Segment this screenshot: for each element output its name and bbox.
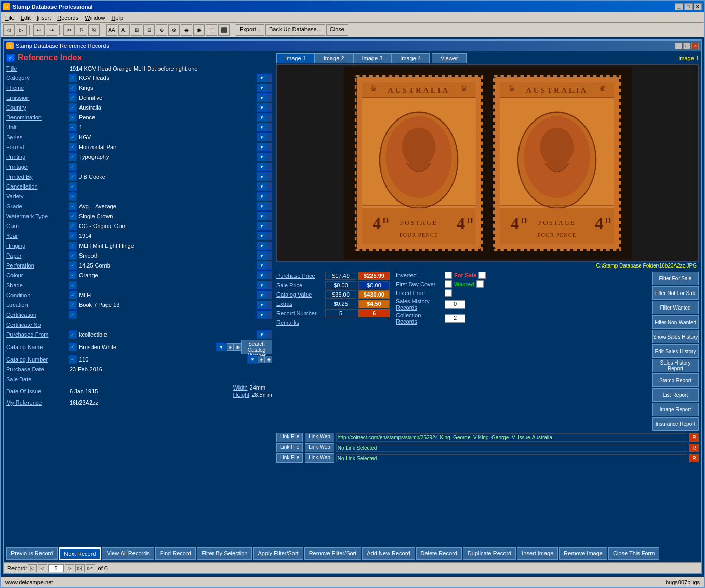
tab-image-1[interactable]: Image 1 <box>276 53 315 63</box>
field-checkbox-colour[interactable]: ✓ <box>69 271 77 279</box>
field-label-variety[interactable]: Variety <box>6 193 69 199</box>
field-dropdown-colour[interactable]: ▼ <box>257 271 267 279</box>
field-label-shade[interactable]: Shade <box>6 282 69 288</box>
field-label-denomination[interactable]: Denomination <box>6 114 69 121</box>
field-label-purchase-date[interactable]: Purchase Date <box>6 366 69 372</box>
filter-by-selection-button[interactable]: Filter By Selection <box>197 547 252 560</box>
purchase-price-label[interactable]: Purchase Price <box>276 273 323 279</box>
field-dropdown-hinging[interactable]: ▼ <box>257 242 267 250</box>
sub-minimize-button[interactable]: _ <box>675 43 682 49</box>
catalog-name-btn2[interactable]: ◉ <box>234 343 241 351</box>
stamp-report-button[interactable]: Stamp Report <box>652 373 699 387</box>
field-label-colour[interactable]: Colour <box>6 272 69 278</box>
field-checkbox-variety[interactable]: ✓ <box>69 192 77 201</box>
field-dropdown-theme[interactable]: ▼ <box>257 84 267 92</box>
new-record-nav-btn[interactable]: ▷* <box>86 564 95 572</box>
field-label-unit[interactable]: Unit <box>6 124 69 130</box>
tab-image-4[interactable]: Image 4 <box>391 53 430 63</box>
link-file-btn-2[interactable]: Link File <box>276 443 303 452</box>
field-label-paper[interactable]: Paper <box>6 252 69 259</box>
field-label-catalog-number[interactable]: Catalog Number <box>6 356 69 363</box>
field-dropdown-format[interactable]: ▼ <box>257 143 267 151</box>
field-label-grade[interactable]: Grade <box>6 203 69 209</box>
toolbar-btn-16[interactable]: ⬚ <box>206 24 217 36</box>
tab-image-3[interactable]: Image 3 <box>353 53 392 63</box>
collection-records-label[interactable]: Collection Records <box>396 312 443 325</box>
next-record-nav-btn[interactable]: ▷ <box>65 564 74 572</box>
field-label-printed-by[interactable]: Printed By <box>6 173 69 180</box>
toolbar-btn-13[interactable]: ⊗ <box>168 24 180 36</box>
view-all-records-button[interactable]: View All Records <box>102 547 154 560</box>
toolbar-btn-5[interactable]: ✂ <box>63 24 75 36</box>
catalog-value-label[interactable]: Catalog Value <box>276 291 323 298</box>
field-checkbox-watermark[interactable]: ✓ <box>69 212 77 220</box>
sales-history-label[interactable]: Sales History Records <box>396 298 443 311</box>
record-number-label[interactable]: Record Number <box>276 310 323 316</box>
field-label-emission[interactable]: Emission <box>6 95 69 101</box>
first-record-btn[interactable]: |◁ <box>28 564 37 572</box>
field-checkbox-purchased-from[interactable]: ✓ <box>69 330 77 339</box>
close-form-button[interactable]: Close This Form <box>608 547 659 560</box>
field-dropdown-perforation[interactable]: ▼ <box>257 261 267 270</box>
field-dropdown-denomination[interactable]: ▼ <box>257 113 267 122</box>
field-label-catalog-name[interactable]: Catalog Name <box>6 344 69 350</box>
apply-filter-button[interactable]: Apply Filter/Sort <box>253 547 303 560</box>
field-label-condition[interactable]: Condition <box>6 292 69 298</box>
toolbar-btn-2[interactable]: ▷ <box>16 24 27 36</box>
field-checkbox-shade[interactable]: ✓ <box>69 281 77 289</box>
field-checkbox-paper[interactable]: ✓ <box>69 251 77 260</box>
find-record-button[interactable]: Find Record <box>155 547 196 560</box>
field-checkbox-country[interactable]: ✓ <box>69 103 77 112</box>
list-report-button[interactable]: List Report <box>652 388 699 402</box>
sub-maximize-button[interactable]: □ <box>683 43 690 49</box>
backup-button[interactable]: Back Up Database... <box>265 24 325 36</box>
field-label-sale-date[interactable]: Sale Date <box>6 376 69 382</box>
export-button[interactable]: Export... <box>236 24 264 36</box>
reference-index-checkbox[interactable]: ✓ <box>6 54 15 62</box>
catalog-number-dropdown[interactable]: ▼ <box>247 355 258 364</box>
field-label-my-reference[interactable]: My Reference <box>6 399 69 406</box>
field-label-perforation[interactable]: Perforation <box>6 262 69 269</box>
field-dropdown-year[interactable]: ▼ <box>257 232 267 240</box>
field-label-location[interactable]: Location <box>6 302 69 308</box>
field-label-category[interactable]: Category <box>6 75 69 81</box>
field-label-purchased-from[interactable]: Purchased From <box>6 331 69 338</box>
field-label-gum[interactable]: Gum <box>6 223 69 229</box>
field-label-date-of-issue[interactable]: Date Of Issue <box>6 388 69 394</box>
field-checkbox-perforation[interactable]: ✓ <box>69 261 77 270</box>
field-checkbox-printing[interactable]: ✓ <box>69 153 77 161</box>
field-label-certificate-no[interactable]: Certificate No <box>6 322 69 328</box>
field-checkbox-emission[interactable]: ✓ <box>69 93 77 102</box>
link-r-btn-3[interactable]: R <box>689 454 699 462</box>
toolbar-btn-7[interactable]: ⎗ <box>88 24 100 36</box>
link-web-btn-2[interactable]: Link Web <box>305 443 334 452</box>
toolbar-btn-12[interactable]: ⊕ <box>156 24 167 36</box>
link-input-2[interactable] <box>336 444 687 452</box>
field-label-format[interactable]: Format <box>6 144 69 150</box>
filter-wanted-button[interactable]: Filter Wanted <box>652 301 699 314</box>
field-dropdown-watermark[interactable]: ▼ <box>257 212 267 220</box>
field-dropdown-grade[interactable]: ▼ <box>257 202 267 210</box>
extras-label[interactable]: Extras <box>276 301 323 307</box>
menu-file[interactable]: File <box>2 14 18 22</box>
duplicate-record-button[interactable]: Duplicate Record <box>463 547 516 560</box>
field-checkbox-certification[interactable]: ✓ <box>69 311 77 319</box>
field-checkbox-printage[interactable]: ✓ <box>69 163 77 171</box>
field-dropdown-printed-by[interactable]: ▼ <box>257 172 267 181</box>
link-file-btn-1[interactable]: Link File <box>276 433 303 442</box>
link-r-btn-1[interactable]: R <box>689 433 699 442</box>
toolbar-btn-10[interactable]: ⊞ <box>131 24 142 36</box>
link-file-btn-3[interactable]: Link File <box>276 453 303 463</box>
field-dropdown-printing[interactable]: ▼ <box>257 153 267 161</box>
catalog-name-btn1[interactable]: ◈ <box>227 343 234 351</box>
search-catalog-button[interactable]: Search Catalog Number <box>241 340 272 354</box>
inverted-label[interactable]: Inverted <box>396 272 443 278</box>
toolbar-btn-6[interactable]: ⎘ <box>76 24 87 36</box>
first-day-cover-checkbox[interactable] <box>445 280 452 288</box>
delete-record-button[interactable]: Delete Record <box>416 547 462 560</box>
show-sales-history-button[interactable]: Show Sales History <box>652 330 699 343</box>
field-dropdown-location[interactable]: ▼ <box>257 301 267 309</box>
link-r-btn-2[interactable]: R <box>689 444 699 452</box>
close-button[interactable]: ✕ <box>694 3 702 10</box>
toolbar-btn-11[interactable]: ⊟ <box>143 24 155 36</box>
